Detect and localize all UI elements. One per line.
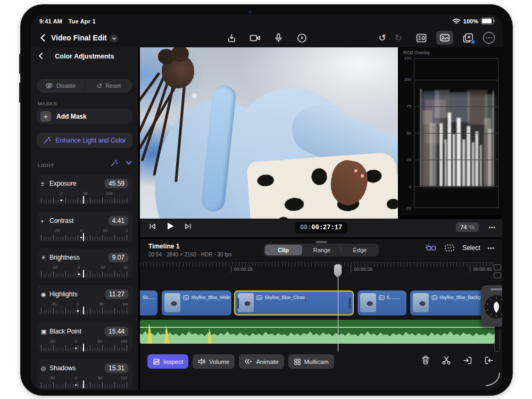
mode-edge[interactable]: Edge	[341, 244, 378, 256]
enhance-light-color-button[interactable]: Enhance Light and Color	[37, 132, 132, 148]
insert-clip-icon[interactable]	[463, 356, 472, 365]
inspector-icon[interactable]	[415, 31, 428, 44]
zoom-unit: %	[469, 224, 475, 230]
clip-thumbnail	[164, 293, 180, 312]
animate-button[interactable]: Animate	[239, 354, 284, 369]
clip-thumbnail	[413, 293, 429, 312]
slider-value[interactable]: 15.44	[105, 327, 128, 336]
ruler-ticks	[41, 382, 128, 388]
collapse-chevron-icon[interactable]	[126, 161, 132, 165]
slider-ruler[interactable]: -50 0 50 100	[41, 302, 128, 314]
add-mask-button[interactable]: + Add Mask	[37, 109, 132, 124]
slider-ruler[interactable]: -50 0 50 100	[41, 265, 128, 278]
zero-dot	[78, 273, 80, 276]
redo-icon: ↻	[395, 34, 402, 43]
slider-contrast: ◐ Contrast 4.41 -50 0 50 100	[37, 212, 132, 242]
blade-icon[interactable]	[442, 355, 451, 365]
clock-date: Tue Apr 1	[68, 18, 95, 24]
volume-label: Volume	[209, 359, 229, 365]
tick-label: 100	[123, 265, 128, 270]
snapping-icon[interactable]	[425, 244, 437, 252]
timeline-clip[interactable]: S........	[358, 290, 406, 315]
animate-icon	[244, 358, 253, 365]
auto-enhance-icon[interactable]	[110, 159, 118, 167]
slider-value[interactable]: 45.59	[105, 179, 128, 188]
microphone-icon[interactable]	[272, 31, 285, 44]
timeline-clip[interactable]: Sk......	[140, 290, 157, 315]
disable-button[interactable]: Disable	[37, 79, 85, 93]
slider-ruler[interactable]: -50 0 50 100	[41, 376, 128, 388]
jog-dial[interactable]	[483, 294, 502, 320]
magic-wand-icon	[43, 136, 51, 144]
timeline-more-icon[interactable]: •••	[487, 245, 495, 251]
value-marker	[83, 380, 84, 388]
ruler-ticks	[41, 308, 128, 314]
trim-handle-left[interactable]	[237, 298, 239, 309]
select-button[interactable]: Select	[462, 244, 480, 252]
import-media-icon[interactable]	[225, 31, 238, 44]
clip-overview-icon[interactable]	[444, 244, 455, 252]
live-drawing-icon[interactable]	[295, 31, 308, 44]
reset-label: Reset	[105, 82, 121, 89]
effects-badge	[471, 40, 475, 44]
photo-icon	[379, 295, 385, 300]
skip-to-end-icon[interactable]	[184, 222, 192, 230]
slider-value[interactable]: 11.27	[105, 289, 128, 299]
viewer-more-icon[interactable]: •••	[488, 225, 496, 230]
more-options-icon[interactable]	[483, 32, 495, 44]
tick-label: -50	[51, 302, 57, 306]
mode-clip[interactable]: Clip	[265, 245, 302, 255]
slider-ruler[interactable]: -50 0 50 100	[41, 339, 128, 352]
multicam-button[interactable]: Multicam	[288, 354, 334, 369]
viewer-zoom-chip[interactable]: 74%	[456, 222, 479, 232]
jog-wheel[interactable]	[481, 285, 502, 327]
jog-drag-handle[interactable]	[491, 288, 502, 290]
scope-ytick: 120	[400, 56, 411, 61]
tick-label: -50	[49, 339, 55, 344]
contrast-icon: ◐	[41, 218, 49, 224]
mode-range[interactable]: Range	[303, 244, 340, 256]
panel-drag-handle[interactable]	[315, 241, 327, 243]
tick-label: 50	[103, 228, 107, 233]
light-section-label: LIGHT	[38, 162, 54, 168]
reset-button[interactable]: ↺ Reset	[85, 79, 133, 93]
tick-label: 0	[78, 265, 80, 270]
track-height-controls[interactable]	[494, 264, 501, 278]
slider-value[interactable]: 9.07	[109, 253, 128, 262]
project-title[interactable]: Video Final Edit	[51, 34, 107, 42]
timeline-clip-selected[interactable]: Skyline_Blue_Close	[234, 290, 353, 315]
extract-clip-icon[interactable]	[484, 356, 494, 365]
plus-icon: +	[40, 111, 51, 122]
volume-up-button	[19, 54, 21, 74]
value-marker	[83, 270, 84, 278]
inspect-button[interactable]: Inspect	[147, 354, 188, 369]
slider-ruler[interactable]: -50 0 50 100	[41, 191, 128, 204]
media-browser-icon[interactable]	[436, 31, 453, 45]
volume-button[interactable]: Volume	[193, 354, 235, 369]
zero-dot	[75, 347, 77, 350]
record-camera-icon[interactable]	[248, 31, 261, 44]
play-button[interactable]	[166, 222, 174, 230]
timecode-display[interactable]: 00:00:27:17	[295, 222, 347, 234]
trim-handle-right[interactable]	[349, 298, 351, 309]
trash-icon[interactable]	[421, 355, 430, 365]
panel-title: Color Adjustments	[31, 53, 138, 60]
undo-icon[interactable]: ↺	[379, 34, 386, 43]
slider-value[interactable]: 15.31	[105, 363, 128, 373]
scope-title: RGB Overlay	[403, 50, 430, 55]
speaker-icon	[198, 358, 206, 365]
slider-ruler[interactable]: -50 0 50 100	[41, 228, 128, 241]
skip-to-start-icon[interactable]	[148, 222, 156, 230]
black-point-icon: ▣	[41, 328, 49, 335]
timeline-clip[interactable]: Skyline_Blue_Wide	[162, 290, 231, 315]
back-chevron-icon[interactable]	[37, 32, 49, 44]
slider-value[interactable]: 4.41	[109, 216, 128, 226]
slider-label: Contrast	[49, 217, 109, 225]
tick-label: 0	[60, 191, 62, 196]
audio-track[interactable]	[140, 320, 495, 344]
timeline-ruler[interactable]: 00:00:15 00:00:30 00:00:45	[140, 262, 495, 278]
effects-browser-icon[interactable]	[462, 31, 475, 44]
scope-ytick: 75	[400, 104, 411, 109]
timeline-panel: Timeline 1 00:54 · 3840 × 2160 · HDR · 3…	[140, 239, 502, 390]
project-menu-chevron-icon[interactable]	[110, 34, 118, 43]
